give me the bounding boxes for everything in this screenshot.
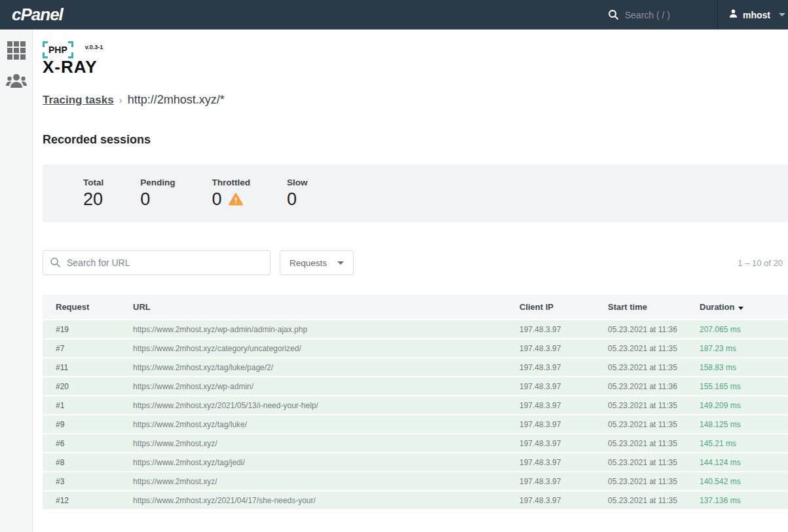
cell-request: #9 [43,415,128,433]
table-row[interactable]: #6 https://www.2mhost.xyz/ 197.48.3.97 0… [43,434,788,452]
cell-start-time: 05.23.2021 at 11:35 [603,434,694,452]
cell-client-ip: 197.48.3.97 [514,415,603,433]
stat-value: 0 [140,189,150,210]
breadcrumb-current-url: http://2mhost.xyz/* [128,93,225,107]
cell-request: #20 [43,377,128,395]
stat-total: Total 20 [83,178,103,210]
user-name: mhost [743,10,770,20]
breadcrumb: Tracing tasks › http://2mhost.xyz/* [43,93,788,107]
pagination-range: 1 – 10 of 20 [738,258,783,268]
column-header-client-ip[interactable]: Client IP [514,295,603,319]
cell-duration-link[interactable]: 149.209 ms [694,396,788,414]
cell-duration-link[interactable]: 144.124 ms [694,453,788,471]
cell-duration-link[interactable]: 187.23 ms [694,339,788,357]
sessions-table: Request URL Client IP Start time Duratio… [43,294,788,510]
search-icon [50,257,61,271]
column-header-start-time[interactable]: Start time [603,295,694,319]
cell-client-ip: 197.48.3.97 [514,434,603,452]
table-row[interactable]: #8 https://www.2mhost.xyz/tag/jedi/ 197.… [43,453,788,471]
php-badge-bracket [68,52,73,58]
cell-duration-link[interactable]: 137.136 ms [694,491,788,509]
table-header-row: Request URL Client IP Start time Duratio… [43,295,788,319]
xray-version: v.0.3-1 [85,44,103,50]
cell-url: https://www.2mhost.xyz/ [128,472,514,490]
table-row[interactable]: #19 https://www.2mhost.xyz/wp-admin/admi… [43,320,788,338]
cell-request: #1 [43,396,128,414]
stat-label: Throttled [212,178,251,187]
cell-duration-link[interactable]: 140.542 ms [694,472,788,490]
url-search-input[interactable] [43,250,271,275]
cell-start-time: 05.23.2021 at 11:35 [603,491,694,509]
page-title: Recorded sessions [43,133,788,147]
cell-start-time: 05.23.2021 at 11:35 [603,339,694,357]
cell-request: #8 [43,453,128,471]
cell-client-ip: 197.48.3.97 [514,396,603,414]
stat-value: 20 [83,189,103,210]
cell-request: #7 [43,339,128,357]
cell-request: #11 [43,358,128,376]
search-icon [608,9,619,20]
column-header-url[interactable]: URL [128,295,514,319]
requests-dropdown-label: Requests [290,258,327,268]
cell-duration-link[interactable]: 158.83 ms [694,358,788,376]
cell-client-ip: 197.48.3.97 [514,472,603,490]
cell-duration-link[interactable]: 145.21 ms [694,434,788,452]
cell-url: https://www.2mhost.xyz/tag/luke/ [128,415,514,433]
user-menu[interactable]: mhost [717,0,788,29]
cell-client-ip: 197.48.3.97 [514,377,603,395]
cpanel-logo: cPanel [12,5,63,25]
cell-start-time: 05.23.2021 at 11:35 [603,358,694,376]
cell-request: #12 [43,491,128,509]
php-badge: PHP [43,41,73,58]
chevron-down-icon [779,13,785,16]
table-row[interactable]: #11 https://www.2mhost.xyz/tag/luke/page… [43,358,788,376]
stat-value: 0 [287,189,297,210]
topbar: cPanel Search ( / ) mhost [0,0,788,29]
cell-start-time: 05.23.2021 at 11:35 [603,472,694,490]
cell-duration-link[interactable]: 148.125 ms [694,415,788,433]
stat-slow: Slow 0 [287,178,308,210]
main-content: PHP v.0.3-1 X-RAY Tracing tasks › http:/… [33,29,788,532]
stat-pending: Pending 0 [140,178,175,210]
cell-url: https://www.2mhost.xyz/2021/04/17/she-ne… [128,491,514,509]
cell-client-ip: 197.48.3.97 [514,320,603,338]
breadcrumb-tracing-tasks-link[interactable]: Tracing tasks [43,94,114,107]
php-badge-bracket [68,41,73,47]
table-row[interactable]: #3 https://www.2mhost.xyz/ 197.48.3.97 0… [43,472,788,490]
table-row[interactable]: #7 https://www.2mhost.xyz/category/uncat… [43,339,788,357]
stat-label: Slow [287,178,308,187]
table-row[interactable]: #1 https://www.2mhost.xyz/2021/05/13/i-n… [43,396,788,414]
cell-client-ip: 197.48.3.97 [514,491,603,509]
filter-row: Requests 1 – 10 of 20 [43,250,788,275]
cell-duration-link[interactable]: 207.065 ms [694,320,788,338]
apps-grid-icon[interactable] [7,41,26,60]
cell-client-ip: 197.48.3.97 [514,339,603,357]
sort-desc-icon [738,307,743,310]
cell-client-ip: 197.48.3.97 [514,453,603,471]
table-row[interactable]: #12 https://www.2mhost.xyz/2021/04/17/sh… [43,491,788,509]
users-group-icon[interactable] [6,73,27,92]
cell-request: #6 [43,434,128,452]
global-search[interactable]: Search ( / ) [608,9,670,20]
xray-title: X-RAY [43,57,788,77]
requests-dropdown[interactable]: Requests [280,250,354,275]
cell-url: https://www.2mhost.xyz/wp-admin/admin-aj… [128,320,514,338]
table-row[interactable]: #9 https://www.2mhost.xyz/tag/luke/ 197.… [43,415,788,433]
cell-url: https://www.2mhost.xyz/ [128,434,514,452]
cell-url: https://www.2mhost.xyz/2021/05/13/i-need… [128,396,514,414]
php-badge-bracket [43,52,48,58]
cell-url: https://www.2mhost.xyz/tag/luke/page/2/ [128,358,514,376]
cell-duration-link[interactable]: 155.165 ms [694,377,788,395]
table-row[interactable]: #20 https://www.2mhost.xyz/wp-admin/ 197… [43,377,788,395]
cell-url: https://www.2mhost.xyz/category/uncatego… [128,339,514,357]
php-badge-bracket [43,41,48,47]
stats-bar: Total 20 Pending 0 Throttled 0 [43,164,788,222]
cell-start-time: 05.23.2021 at 11:36 [603,377,694,395]
column-header-request[interactable]: Request [43,295,128,319]
column-header-duration[interactable]: Duration [694,295,788,319]
cell-start-time: 05.23.2021 at 11:35 [603,415,694,433]
warning-icon [229,193,243,206]
global-search-placeholder: Search ( / ) [625,10,670,20]
sidebar [0,29,33,532]
cell-url: https://www.2mhost.xyz/wp-admin/ [128,377,514,395]
